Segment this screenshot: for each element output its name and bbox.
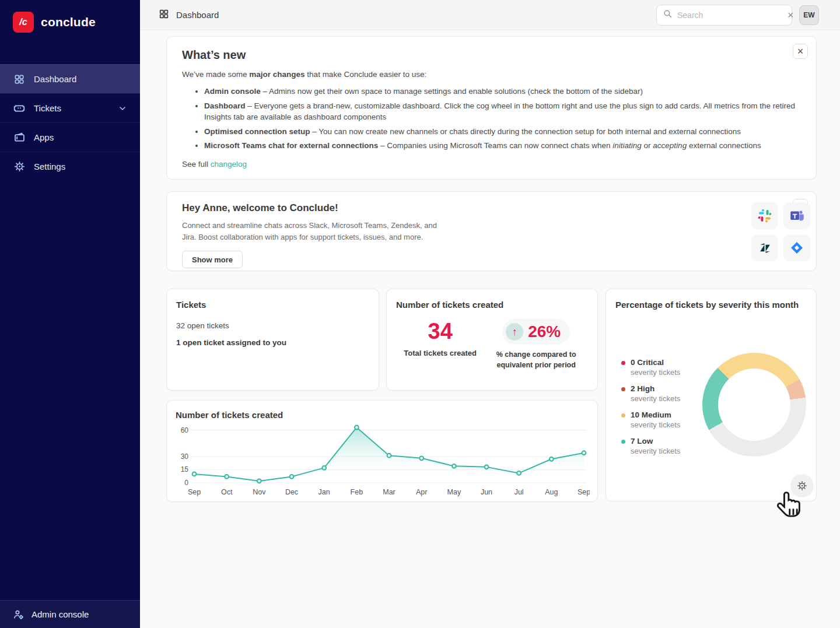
- breadcrumb: Dashboard: [159, 9, 219, 21]
- change-pill: ↑ 26%: [502, 319, 570, 345]
- legend-item: 10 Mediumseverity tickets: [621, 411, 680, 429]
- logo[interactable]: /c conclude: [0, 0, 140, 44]
- tickets-line-chart: 0153060SepOctNovDecJanFebMarAprMayJunJul…: [176, 422, 590, 504]
- svg-text:May: May: [447, 488, 461, 496]
- page-title: Dashboard: [176, 10, 219, 20]
- whats-new-footer: See full changelog: [182, 160, 801, 169]
- assigned-tickets-text: 1 open ticket assigned to you: [176, 338, 369, 347]
- logo-text: conclude: [41, 15, 96, 29]
- topbar: Dashboard × EW: [140, 0, 840, 30]
- severity-legend: 0 Criticalseverity tickets2 Highseverity…: [621, 358, 680, 463]
- tickets-created-title: Number of tickets created: [396, 300, 588, 310]
- line-chart-card: Number of tickets created 0153060SepOctN…: [166, 400, 598, 502]
- severity-donut-chart: [702, 353, 806, 457]
- whats-new-title: What’s new: [182, 48, 801, 62]
- arrow-up-icon: ↑: [506, 323, 523, 341]
- change-value: 26%: [528, 322, 561, 341]
- welcome-title: Hey Anne, welcome to Conclude!: [182, 202, 801, 214]
- gear-icon: [13, 160, 26, 173]
- svg-text:Jun: Jun: [481, 488, 492, 496]
- whats-new-intro: We’ve made some major changes that make …: [182, 70, 801, 79]
- tickets-created-body: 34 Total tickets created ↑ 26% % change …: [396, 319, 588, 370]
- severity-card-title: Percentage of tickets by severity this m…: [615, 300, 807, 310]
- avatar[interactable]: EW: [799, 5, 819, 25]
- changelog-link[interactable]: changelog: [211, 160, 247, 169]
- whats-new-card: × What’s new We’ve made some major chang…: [166, 36, 817, 180]
- svg-text:15: 15: [181, 465, 189, 473]
- whats-new-list: Admin console – Admins now get their own…: [204, 86, 801, 152]
- jira-icon[interactable]: [783, 234, 810, 261]
- change-label: % change compared to equivalent prior pe…: [484, 349, 588, 370]
- legend-dot-icon: [621, 361, 625, 365]
- legend-dot-icon: [621, 387, 625, 391]
- slack-icon[interactable]: [751, 202, 778, 229]
- svg-text:Jan: Jan: [318, 488, 330, 496]
- legend-item: 2 Highseverity tickets: [621, 384, 680, 403]
- welcome-card: × Hey Anne, welcome to Conclude! Connect…: [166, 191, 817, 271]
- chevron-down-icon[interactable]: [118, 104, 127, 113]
- svg-text:Dec: Dec: [285, 488, 298, 496]
- legend-item: 7 Lowseverity tickets: [621, 437, 680, 455]
- tickets-card: Tickets 32 open tickets 1 open ticket as…: [166, 289, 379, 391]
- sidebar-item-dashboard[interactable]: Dashboard: [0, 64, 140, 93]
- sidebar-item-settings[interactable]: Settings: [0, 152, 140, 181]
- sidebar: /c conclude Dashboard Tickets: [0, 0, 140, 628]
- sidebar-item-label: Apps: [34, 132, 54, 142]
- svg-text:Feb: Feb: [351, 488, 363, 496]
- teams-icon[interactable]: [783, 202, 810, 229]
- svg-text:Sep: Sep: [578, 488, 590, 496]
- sidebar-item-apps[interactable]: Apps: [0, 122, 140, 152]
- legend-dot-icon: [621, 440, 625, 444]
- legend-dot-icon: [621, 413, 625, 418]
- page: /c conclude Dashboard Tickets: [0, 0, 840, 628]
- severity-card: Percentage of tickets by severity this m…: [606, 289, 817, 501]
- app-icon-grid: [751, 202, 810, 261]
- open-tickets-text: 32 open tickets: [176, 321, 369, 330]
- svg-text:30: 30: [181, 452, 189, 461]
- sidebar-item-label: Settings: [34, 162, 65, 171]
- svg-text:Mar: Mar: [383, 488, 396, 496]
- ticket-icon: [13, 102, 26, 115]
- sidebar-item-label: Dashboard: [34, 74, 76, 84]
- search-icon: [663, 9, 673, 21]
- svg-text:60: 60: [181, 426, 189, 434]
- close-icon[interactable]: ×: [793, 44, 808, 59]
- total-tickets-label: Total tickets created: [396, 349, 484, 357]
- sidebar-item-tickets[interactable]: Tickets: [0, 93, 140, 122]
- search-input[interactable]: [677, 10, 783, 20]
- grid-icon: [13, 73, 26, 86]
- total-tickets-value: 34: [396, 319, 484, 344]
- sidebar-item-admin-console[interactable]: Admin console: [0, 600, 140, 628]
- whats-new-bullet: Microsoft Teams chat for external connec…: [204, 140, 801, 152]
- total-tickets-block: 34 Total tickets created: [396, 319, 484, 370]
- clear-search-icon[interactable]: ×: [788, 10, 794, 20]
- change-block: ↑ 26% % change compared to equivalent pr…: [484, 319, 588, 370]
- sidebar-item-label: Tickets: [34, 103, 61, 113]
- search-box[interactable]: ×: [656, 5, 792, 26]
- zendesk-icon[interactable]: [751, 234, 778, 261]
- svg-text:Nov: Nov: [253, 488, 266, 496]
- svg-text:0: 0: [184, 479, 188, 487]
- welcome-description: Connect and streamline chats across Slac…: [182, 220, 439, 243]
- tickets-created-card: Number of tickets created 34 Total ticke…: [386, 289, 598, 391]
- grid-icon: [159, 9, 169, 21]
- user-gear-icon: [13, 609, 24, 620]
- show-more-button[interactable]: Show more: [182, 251, 243, 268]
- svg-text:Sep: Sep: [188, 488, 201, 496]
- tickets-card-title: Tickets: [176, 300, 369, 310]
- whats-new-bullet: Dashboard – Everyone gets a brand-new, c…: [204, 100, 801, 123]
- svg-text:Apr: Apr: [416, 488, 427, 496]
- admin-console-label: Admin console: [32, 609, 89, 619]
- apps-icon: [13, 131, 26, 144]
- svg-text:Oct: Oct: [221, 488, 233, 496]
- svg-text:Aug: Aug: [545, 488, 558, 496]
- svg-text:Jul: Jul: [514, 488, 524, 496]
- legend-item: 0 Criticalseverity tickets: [621, 358, 680, 377]
- dashboard-settings-gear-icon[interactable]: [790, 474, 814, 497]
- whats-new-bullet: Admin console – Admins now get their own…: [204, 86, 801, 97]
- sidebar-nav: Dashboard Tickets Apps: [0, 64, 140, 181]
- whats-new-bullet: Optimised connection setup – You can now…: [204, 126, 801, 138]
- line-chart-title: Number of tickets created: [176, 410, 589, 420]
- logo-badge-icon: /c: [13, 12, 34, 33]
